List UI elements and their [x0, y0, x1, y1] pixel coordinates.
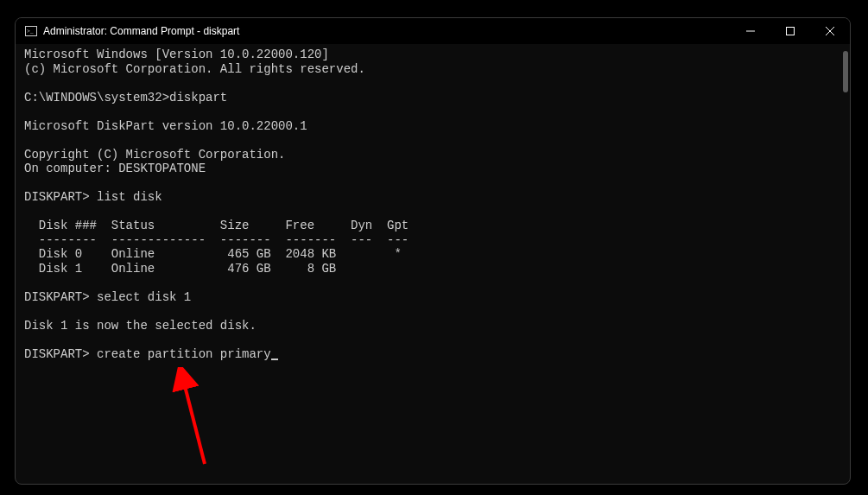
minimize-button[interactable] [731, 18, 770, 44]
close-button[interactable] [810, 18, 850, 44]
maximize-button[interactable] [770, 18, 810, 44]
output-line: Microsoft Windows [Version 10.0.22000.12… [24, 48, 329, 61]
window-title: Administrator: Command Prompt - diskpart [43, 25, 731, 37]
terminal-output[interactable]: Microsoft Windows [Version 10.0.22000.12… [16, 44, 850, 484]
output-line: On computer: DESKTOPATONE [24, 162, 206, 175]
svg-text:>_: >_ [27, 28, 34, 35]
output-line: Disk 1 Online 476 GB 8 GB [24, 262, 336, 276]
output-line: Copyright (C) Microsoft Corporation. [24, 148, 285, 162]
output-line: (c) Microsoft Corporation. All rights re… [24, 62, 365, 76]
output-line: Disk 0 Online 465 GB 2048 KB * [24, 247, 402, 261]
titlebar[interactable]: >_ Administrator: Command Prompt - diskp… [16, 18, 850, 44]
output-line: Disk ### Status Size Free Dyn Gpt [24, 219, 409, 232]
text-cursor [271, 359, 278, 360]
window-controls [731, 18, 850, 44]
output-line: Disk 1 is now the selected disk. [24, 319, 257, 333]
cmd-icon: >_ [24, 24, 38, 38]
output-line: DISKPART> list disk [24, 190, 162, 204]
output-line: DISKPART> select disk 1 [24, 290, 191, 304]
svg-rect-3 [787, 28, 795, 35]
scrollbar-thumb[interactable] [843, 51, 848, 92]
command-prompt-window: >_ Administrator: Command Prompt - diskp… [15, 17, 851, 485]
output-line: -------- ------------- ------- ------- -… [24, 233, 409, 247]
output-line: DISKPART> create partition primary [24, 347, 271, 361]
output-line: Microsoft DiskPart version 10.0.22000.1 [24, 119, 307, 133]
output-line: C:\WINDOWS\system32>diskpart [24, 91, 227, 105]
